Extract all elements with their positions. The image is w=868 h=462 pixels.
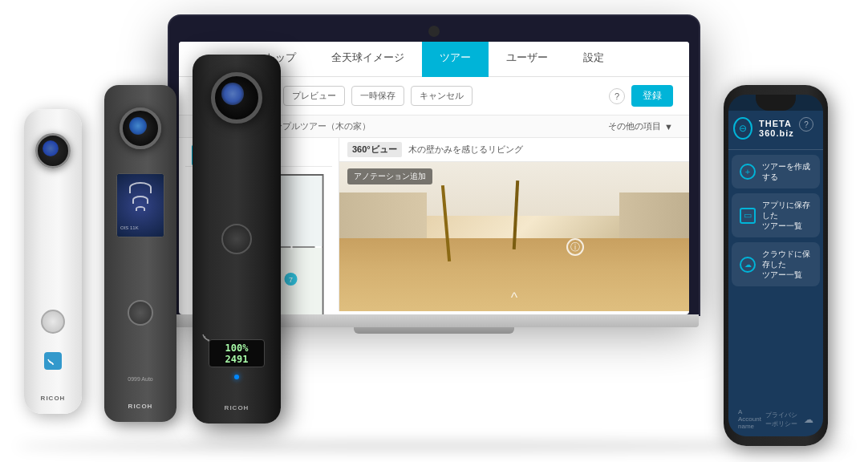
camera-big-count: 2491 — [225, 354, 249, 365]
svg-text:7: 7 — [289, 276, 293, 284]
camera-screen-icons: OIS 11K — [120, 225, 160, 230]
view360-badge: 360°ビュー — [347, 142, 402, 157]
phone-privacy-label[interactable]: プライバシーポリシー — [765, 411, 804, 428]
phone-menu-cloud-label: クラウドに保存したツアー一覧 — [762, 249, 812, 280]
camera-white-shutter-button[interactable] — [41, 310, 65, 334]
camera-big-lens-top — [211, 72, 262, 124]
phone-menu-item-tour[interactable]: + ツアーを作成する — [732, 155, 820, 188]
view360-header: 360°ビュー 木の壁かみを感じるリビング — [339, 138, 689, 162]
dropdown-chevron: ▼ — [664, 122, 673, 132]
camera-dark-lens — [120, 107, 161, 149]
camera-screen-ois-label: OIS 11K — [120, 225, 139, 230]
phone-body: ? ⊖ THETA 360.biz + ツアーを作成する ▭ アプリに保存し — [724, 85, 828, 446]
phone-account-name: A Account name — [738, 408, 765, 430]
camera-big-display: 100% 2491 — [209, 339, 265, 367]
camera-dark-screen-content: OIS 11K — [117, 174, 164, 237]
register-button[interactable]: 登録 — [631, 85, 673, 107]
other-items-dropdown[interactable]: その他の項目 ▼ — [608, 120, 673, 132]
phone-menu-cloud-icon: ☁ — [740, 257, 756, 273]
phone-menu-tour-icon: + — [740, 164, 756, 180]
phone-footer: A Account name プライバシーポリシー ☁ — [728, 408, 823, 430]
phone-menu-tour-label: ツアーを作成する — [762, 161, 812, 182]
nav-item-users[interactable]: ユーザー — [489, 42, 566, 77]
camera-white: RICOH — [24, 109, 82, 446]
camera-white-wifi-icon — [44, 352, 62, 370]
svg-point-0 — [52, 363, 54, 365]
phone-menu-item-cloud-tours[interactable]: ☁ クラウドに保存したツアー一覧 — [732, 242, 820, 286]
camera-big-led — [234, 375, 239, 379]
phone-footer-cloud-icon: ☁ — [804, 414, 813, 425]
phone-menu-item-app-tours[interactable]: ▭ アプリに保存したツアー一覧 — [732, 193, 820, 237]
nav-item-images[interactable]: 全天球イメージ — [314, 42, 422, 77]
cancel-button[interactable]: キャンセル — [411, 86, 473, 106]
phone-menu-app-icon: ▭ — [740, 208, 756, 224]
help-button[interactable]: ? — [609, 88, 625, 104]
phone-menu-app-label: アプリに保存したツアー一覧 — [762, 200, 812, 231]
phone-logo-icon: ⊖ — [733, 117, 752, 140]
camera-white-lens — [35, 133, 71, 168]
nav-item-settings[interactable]: 設定 — [566, 42, 622, 77]
screen-right-panel: 360°ビュー 木の壁かみを感じるリビング アノテーション追加 ⓘ — [339, 138, 689, 311]
nav-item-tours[interactable]: ツアー — [422, 42, 489, 77]
camera-white-brand: RICOH — [41, 395, 66, 402]
dropdown-label: その他の項目 — [608, 120, 661, 132]
preview-button[interactable]: プレビュー — [283, 86, 345, 106]
laptop-webcam — [428, 26, 440, 37]
camera-big-shutter-button[interactable] — [221, 224, 252, 254]
phone: ? ⊖ THETA 360.biz + ツアーを作成する ▭ アプリに保存し — [724, 85, 828, 446]
view360-room-title: 木の壁かみを感じるリビング — [408, 144, 523, 156]
camera-dark-brand: RICOH — [128, 403, 153, 410]
camera-dark-shutter-button[interactable] — [128, 300, 153, 326]
camera-big-battery: 100% — [225, 342, 249, 354]
camera-dark-count: 0999 Auto — [128, 376, 153, 382]
phone-screen: ? ⊖ THETA 360.biz + ツアーを作成する ▭ アプリに保存し — [728, 95, 823, 436]
scene: RICOH OIS 11K 0999 Auto — [0, 0, 868, 462]
camera-white-body: RICOH — [24, 109, 82, 414]
camera-dark-screen-body: OIS 11K 0999 Auto RICOH — [104, 85, 176, 422]
camera-dark-indicators: 0999 Auto — [128, 376, 153, 382]
phone-notch — [756, 95, 796, 111]
view360-nav-arrow[interactable]: ^ — [511, 290, 517, 306]
annotation-add-button[interactable]: アノテーション追加 — [347, 168, 432, 184]
svg-rect-12 — [291, 245, 293, 249]
camera-big-brand: RICOH — [225, 404, 249, 411]
camera-big-display-text: 100% 2491 — [225, 342, 249, 365]
camera-dark-display: OIS 11K — [116, 173, 164, 237]
camera-screen-wifi — [129, 182, 152, 211]
camera-big-black: 100% 2491 RICOH — [193, 55, 281, 448]
phone-help-icon[interactable]: ? — [799, 117, 813, 132]
nav-items: トップ 全天球イメージ ツアー ユーザー 設定 — [247, 42, 622, 77]
camera-dark-screen: OIS 11K 0999 Auto RICOH — [104, 85, 176, 446]
save-temp-button[interactable]: 一時保存 — [351, 86, 404, 106]
camera-big-body: 100% 2491 RICOH — [193, 55, 281, 424]
view360-image[interactable]: アノテーション追加 ⓘ ^ — [339, 162, 689, 311]
